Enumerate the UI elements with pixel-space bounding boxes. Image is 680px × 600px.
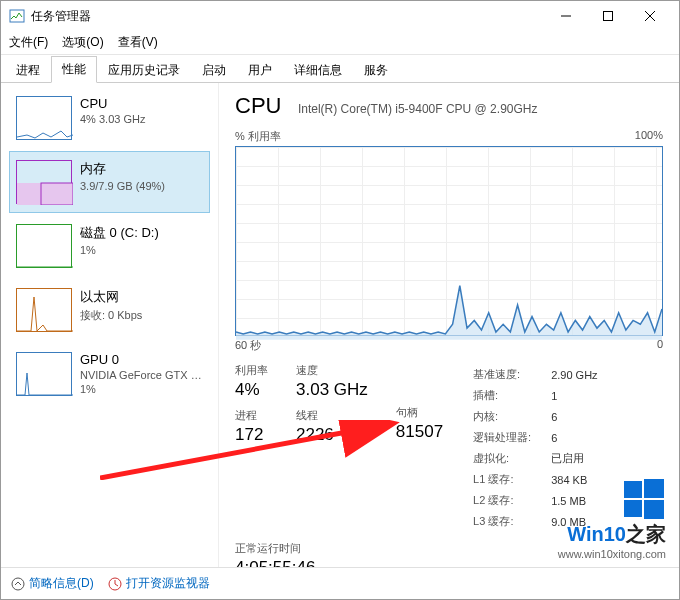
sidebar-disk-label: 磁盘 0 (C: D:)	[80, 224, 159, 242]
sidebar-memory-label: 内存	[80, 160, 165, 178]
handles-spacer	[396, 363, 443, 375]
sidebar-item-gpu[interactable]: GPU 0 NVIDIA GeForce GTX … 1%	[9, 343, 210, 405]
cpu-thumb	[16, 96, 72, 140]
util-label: 利用率	[235, 363, 268, 378]
sidebar-cpu-label: CPU	[80, 96, 145, 111]
lproc-value: 6	[551, 428, 597, 447]
tab-processes[interactable]: 进程	[5, 57, 51, 83]
page-title: CPU	[235, 93, 281, 119]
tab-details[interactable]: 详细信息	[283, 57, 353, 83]
svg-rect-12	[624, 481, 642, 498]
svg-rect-2	[604, 12, 613, 21]
fewer-details-label: 简略信息(D)	[29, 575, 94, 592]
virt-label: 虚拟化:	[473, 449, 549, 468]
lproc-label: 逻辑处理器:	[473, 428, 549, 447]
tab-users[interactable]: 用户	[237, 57, 283, 83]
open-resmon-label: 打开资源监视器	[126, 575, 210, 592]
windows-logo-icon	[558, 477, 666, 521]
graph-label-0: 0	[657, 338, 663, 353]
thread-value: 2226	[296, 425, 368, 445]
svg-rect-15	[644, 500, 664, 519]
sidebar-cpu-sub: 4% 3.03 GHz	[80, 113, 145, 125]
svg-rect-14	[624, 500, 642, 517]
chevron-up-icon	[11, 577, 25, 591]
sidebar-gpu-label: GPU 0	[80, 352, 202, 367]
l1-label: L1 缓存:	[473, 470, 549, 489]
base-value: 2.90 GHz	[551, 365, 597, 384]
resmon-icon	[108, 577, 122, 591]
menu-file[interactable]: 文件(F)	[9, 34, 48, 51]
graph-label-60s: 60 秒	[235, 338, 261, 353]
speed-label: 速度	[296, 363, 368, 378]
handles-label: 句柄	[396, 405, 443, 420]
svg-line-10	[115, 584, 118, 586]
base-label: 基准速度:	[473, 365, 549, 384]
l2-label: L2 缓存:	[473, 491, 549, 510]
sidebar-memory-sub: 3.9/7.9 GB (49%)	[80, 180, 165, 192]
sock-value: 1	[551, 386, 597, 405]
sidebar: CPU 4% 3.03 GHz 内存 3.9/7.9 GB (49%)	[1, 83, 219, 567]
sidebar-gpu-sub2: 1%	[80, 383, 202, 395]
app-icon	[9, 8, 25, 24]
fewer-details-button[interactable]: 简略信息(D)	[11, 575, 94, 592]
cpu-chart-svg	[236, 147, 662, 340]
minimize-button[interactable]	[545, 2, 587, 30]
maximize-button[interactable]	[587, 2, 629, 30]
core-label: 内核:	[473, 407, 549, 426]
eth-thumb	[16, 288, 72, 332]
sidebar-item-ethernet[interactable]: 以太网 接收: 0 Kbps	[9, 279, 210, 341]
speed-value: 3.03 GHz	[296, 380, 368, 400]
open-resmon-link[interactable]: 打开资源监视器	[108, 575, 210, 592]
cpu-graph[interactable]	[235, 146, 663, 336]
sidebar-item-cpu[interactable]: CPU 4% 3.03 GHz	[9, 87, 210, 149]
svg-rect-13	[644, 479, 664, 498]
virt-value: 已启用	[551, 449, 597, 468]
menubar: 文件(F) 选项(O) 查看(V)	[1, 31, 679, 55]
close-button[interactable]	[629, 2, 671, 30]
disk-thumb	[16, 224, 72, 268]
sidebar-disk-sub: 1%	[80, 244, 159, 256]
sidebar-eth-label: 以太网	[80, 288, 142, 306]
sidebar-eth-sub: 接收: 0 Kbps	[80, 308, 142, 323]
tab-performance[interactable]: 性能	[51, 56, 97, 83]
sidebar-item-memory[interactable]: 内存 3.9/7.9 GB (49%)	[9, 151, 210, 213]
graph-label-100: 100%	[635, 129, 663, 144]
window-title: 任务管理器	[31, 8, 91, 25]
handles-value: 81507	[396, 422, 443, 442]
core-value: 6	[551, 407, 597, 426]
svg-rect-5	[17, 183, 73, 205]
tab-history[interactable]: 应用历史记录	[97, 57, 191, 83]
gpu-thumb	[16, 352, 72, 396]
titlebar[interactable]: 任务管理器	[1, 1, 679, 31]
watermark-brand2: 之家	[626, 523, 666, 545]
tab-services[interactable]: 服务	[353, 57, 399, 83]
memory-thumb	[16, 160, 72, 204]
handles-spacer2	[396, 377, 443, 397]
menu-options[interactable]: 选项(O)	[62, 34, 103, 51]
proc-value: 172	[235, 425, 268, 445]
thread-label: 线程	[296, 408, 368, 423]
watermark: Win10之家 www.win10xitong.com	[558, 477, 666, 560]
graph-label-util: % 利用率	[235, 129, 281, 144]
sock-label: 插槽:	[473, 386, 549, 405]
svg-point-7	[12, 578, 24, 590]
menu-view[interactable]: 查看(V)	[118, 34, 158, 51]
watermark-brand1: Win10	[567, 523, 626, 545]
footer: 简略信息(D) 打开资源监视器	[1, 567, 679, 599]
sidebar-item-disk[interactable]: 磁盘 0 (C: D:) 1%	[9, 215, 210, 277]
tabstrip: 进程 性能 应用历史记录 启动 用户 详细信息 服务	[1, 55, 679, 83]
tab-startup[interactable]: 启动	[191, 57, 237, 83]
proc-label: 进程	[235, 408, 268, 423]
sidebar-gpu-sub: NVIDIA GeForce GTX …	[80, 369, 202, 381]
l3-label: L3 缓存:	[473, 512, 549, 531]
watermark-url: www.win10xitong.com	[558, 548, 666, 560]
util-value: 4%	[235, 380, 268, 400]
cpu-model: Intel(R) Core(TM) i5-9400F CPU @ 2.90GHz	[298, 102, 538, 116]
